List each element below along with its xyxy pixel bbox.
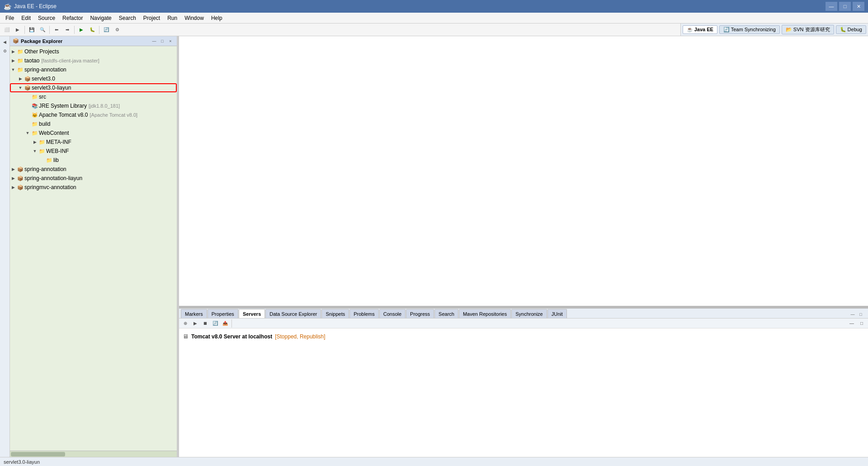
tree-item[interactable]: ▶📁META-INF — [10, 138, 177, 147]
tree-toggle[interactable] — [24, 94, 31, 100]
tree-toggle[interactable]: ▶ — [10, 175, 16, 181]
tree-toggle[interactable] — [24, 103, 31, 109]
btm-restart[interactable]: 🔄 — [211, 319, 220, 328]
tree-item[interactable]: 📁build — [10, 119, 177, 128]
btm-start[interactable]: ▶ — [191, 319, 200, 328]
tree-item[interactable]: ▶📦springmvc-annotation — [10, 183, 177, 192]
menu-item-navigate[interactable]: Navigate — [86, 13, 115, 23]
perspective-java-ee[interactable]: ☕ Java EE — [683, 25, 717, 34]
menu-item-run[interactable]: Run — [164, 13, 181, 23]
tree-toggle[interactable]: ▼ — [32, 148, 38, 154]
menu-item-source[interactable]: Source — [34, 13, 59, 23]
minimize-button[interactable]: — — [826, 2, 837, 11]
toolbar-btn-3[interactable]: 💾 — [27, 25, 37, 35]
new-button[interactable]: ⬜ — [2, 25, 12, 35]
tree-item[interactable]: ▶📁Other Projects — [10, 47, 177, 56]
tree-node-label: servlet3.0 — [32, 76, 55, 82]
btm-minimize[interactable]: — — [847, 319, 856, 328]
bottom-tab-search[interactable]: Search — [434, 309, 458, 318]
bottom-tab-maven-repositories[interactable]: Maven Repositories — [459, 309, 511, 318]
perspective-debug[interactable]: 🐛 Debug — [836, 25, 866, 34]
btm-publish[interactable]: 📤 — [221, 319, 230, 328]
tree-toggle[interactable]: ▶ — [10, 184, 16, 190]
tree-toggle[interactable]: ▼ — [17, 85, 24, 91]
toolbar-btn-5[interactable]: ⬅ — [52, 25, 61, 35]
bottom-tab-markers[interactable]: Markers — [181, 309, 207, 318]
tree-item[interactable]: ▼📦servlet3.0-liayun — [10, 83, 177, 92]
tree-node-icon: 📁 — [17, 67, 24, 73]
toolbar-btn-6[interactable]: ➡ — [62, 25, 72, 35]
tree-node-sublabel: [fastdfs-client-java master] — [41, 58, 99, 63]
btm-stop[interactable]: ⏹ — [201, 319, 210, 328]
tree-toggle[interactable] — [24, 121, 31, 127]
menu-item-refactor[interactable]: Refactor — [59, 13, 86, 23]
tree-toggle[interactable] — [39, 157, 45, 163]
server-item[interactable]: 🖥 Tomcat v8.0 Server at localhost [Stopp… — [183, 332, 864, 341]
tree-item[interactable]: 📚JRE System Library[jdk1.8.0_181] — [10, 101, 177, 110]
tree-node-icon: 📚 — [32, 103, 38, 109]
tree-toggle[interactable]: ▶ — [17, 76, 24, 82]
menu-item-project[interactable]: Project — [140, 13, 164, 23]
bottom-tab-synchronize[interactable]: Synchronize — [511, 309, 547, 318]
bottom-tab-console[interactable]: Console — [379, 309, 406, 318]
menu-item-file[interactable]: File — [2, 13, 18, 23]
tree-toggle[interactable]: ▼ — [10, 67, 16, 73]
tree-toggle[interactable]: ▼ — [24, 130, 31, 136]
menu-item-search[interactable]: Search — [115, 13, 140, 23]
tree-item[interactable]: 📁lib — [10, 156, 177, 165]
toolbar-btn-7[interactable]: 🔄 — [101, 25, 111, 35]
tree-item[interactable]: ▼📁WebContent — [10, 128, 177, 138]
btm-new-server[interactable]: ⊕ — [181, 319, 190, 328]
btm-panel-maximize[interactable]: □ — [857, 311, 864, 318]
package-explorer-icon: 📦 — [13, 38, 19, 44]
pe-close-button[interactable]: × — [167, 38, 174, 45]
left-strip-btn-1[interactable]: ◀ — [1, 38, 9, 46]
tree-item[interactable]: ▶📁taotao[fastdfs-client-java master] — [10, 56, 177, 65]
tree-node-label: springmvc-annotation — [24, 184, 76, 190]
perspective-svn[interactable]: 📂 SVN 资源库研究 — [782, 25, 834, 34]
left-strip-btn-2[interactable]: ⚙ — [1, 47, 9, 55]
bottom-tab-servers[interactable]: Servers — [239, 309, 265, 318]
menu-item-edit[interactable]: Edit — [18, 13, 34, 23]
tree-toggle[interactable]: ▶ — [10, 166, 16, 172]
bottom-tab-controls: — □ — [847, 311, 866, 318]
debug-button[interactable]: 🐛 — [87, 25, 97, 35]
pe-scrollbar[interactable] — [10, 451, 177, 457]
tree-node-label: Other Projects — [24, 48, 59, 55]
btm-maximize[interactable]: □ — [857, 319, 866, 328]
bottom-tab-progress[interactable]: Progress — [406, 309, 434, 318]
pe-maximize-button[interactable]: □ — [159, 38, 166, 45]
tree-item[interactable]: ▶📦spring-annotation-liayun — [10, 174, 177, 183]
bottom-tab-junit[interactable]: JUnit — [547, 309, 567, 318]
tree-toggle[interactable]: ▶ — [32, 139, 38, 145]
tree-item[interactable]: ▼📁spring-annotation — [10, 65, 177, 74]
bottom-tab-problems[interactable]: Problems — [349, 309, 378, 318]
tree-item[interactable]: 📁src — [10, 92, 177, 101]
pe-scrollbar-thumb[interactable] — [11, 452, 65, 456]
tree-item[interactable]: ▶📦servlet3.0 — [10, 74, 177, 83]
tree-toggle[interactable]: ▶ — [10, 48, 16, 55]
tree-item[interactable]: 🐱Apache Tomcat v8.0[Apache Tomcat v8.0] — [10, 110, 177, 119]
bottom-tab-snippets[interactable]: Snippets — [321, 309, 349, 318]
toolbar-btn-4[interactable]: 🔍 — [38, 25, 47, 35]
run-button[interactable]: ▶ — [76, 25, 86, 35]
tree-item[interactable]: ▶📦spring-annotation — [10, 165, 177, 174]
status-bar: servlet3.0-liayun — [0, 457, 868, 466]
menu-item-window[interactable]: Window — [181, 13, 208, 23]
btm-panel-minimize[interactable]: — — [849, 311, 856, 318]
bottom-tab-data-source-explorer[interactable]: Data Source Explorer — [265, 309, 321, 318]
tree-toggle[interactable]: ▶ — [10, 57, 16, 64]
tree-item[interactable]: ▼📁WEB-INF — [10, 147, 177, 156]
pe-minimize-button[interactable]: — — [151, 38, 158, 45]
editor-area — [179, 36, 868, 306]
tree-node-icon: 🐱 — [32, 112, 38, 118]
tree-toggle[interactable] — [24, 112, 31, 118]
menu-item-help[interactable]: Help — [208, 13, 226, 23]
toolbar-btn-8[interactable]: ⚙ — [112, 25, 122, 35]
bottom-tab-properties[interactable]: Properties — [208, 309, 238, 318]
maximize-button[interactable]: □ — [839, 2, 851, 11]
toolbar-btn-2[interactable]: ▶ — [13, 25, 23, 35]
toolbar-separator-3 — [74, 26, 75, 34]
perspective-team-sync[interactable]: 🔄 Team Synchronizing — [719, 25, 780, 34]
close-button[interactable]: ✕ — [853, 2, 864, 11]
